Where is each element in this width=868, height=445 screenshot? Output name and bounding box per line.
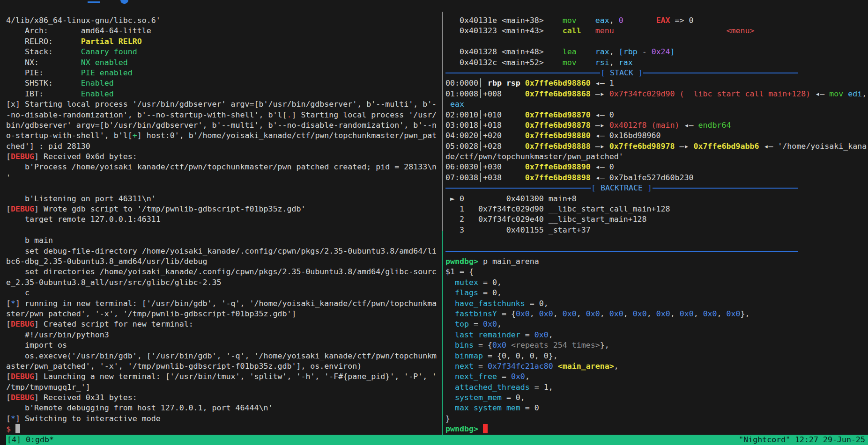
terminal-line: IBT: Enabled [6,89,441,99]
context-divider-stack: [ STACK ] [445,68,798,78]
terminal-line: ster/pwn_patched', '-x', '/tmp/pwnlib-gd… [6,309,441,319]
terminal-line: o-startup-with-shell', b'l[+] host:0', b… [6,131,441,141]
terminal-line: e_2.35-0ubuntu3.8_all/usr/src/glibc/glib… [6,277,441,288]
terminal-line: ' [6,173,441,183]
terminal-line: bins = {0x0 <repeats 254 times>}, [445,340,868,350]
terminal-line [445,235,868,246]
terminal-line: $1 = { [445,267,868,277]
pane-pwndbg-gdb[interactable]: 0x40131e <main+38> mov eax, 0 EAX => 0 0… [445,15,868,435]
terminal-line: PIE: PIE enabled [6,68,441,78]
terminal-line: c [6,288,441,298]
terminal-line: 3 0x401155 _start+37 [445,225,868,235]
terminal-line: #!/usr/bin/python3 [6,330,441,340]
terminal-line: attached_threads = 1, [445,382,868,393]
terminal-line: [*] running in new terminal: ['/usr/bin/… [6,299,441,309]
terminal-line: b'Process /home/yoisaki_kanade/ctf/pwn/t… [6,162,441,172]
terminal-line: 02:0010│+010 0x7ffe6bd98870 ◂— 0 [445,110,868,120]
terminal-line: mutex = 0, [445,277,868,288]
tmux-status-bar: [4] 0:gdb* "Nightcord" 12:27 29-Jun-25 [6,435,868,445]
terminal-line: eax [445,99,868,109]
terminal-line: 0x401328 <main+48> lea rax, [rbp - 0x24] [445,47,868,57]
terminal-line: flags = 0, [445,288,868,298]
cursor-block [483,424,488,433]
terminal-line: 07:0038│+038 0x7ffe6bd98898 ◂— 0x7ba1fe5… [445,173,868,183]
terminal-line: } [445,414,868,424]
terminal-line: fastbinsY = {0x0, 0x0, 0x0, 0x0, 0x0, 0x… [445,309,868,319]
terminal-line: [x] Starting local process '/usr/bin/gdb… [6,99,441,109]
terminal-line: b'Remote debugging from host 127.0.0.1, … [6,403,441,413]
pane-pwntools-shell[interactable]: 4/lib/x86_64-linux-gnu/libc.so.6' Arch: … [6,15,441,435]
tmux-pane-divider-active[interactable] [442,231,443,435]
terminal-line: [*] Switching to interactive mode [6,414,441,424]
terminal-line: [DEBUG] Received 0x6d bytes: [6,152,441,162]
terminal-line: 0x401323 <main+43> call menu <menu> [445,26,868,36]
terminal-line: bc6-dbg_2.35-0ubuntu3.8_amd64/usr/lib/de… [6,256,441,267]
divider-label: [ STACK ] [600,68,643,78]
terminal-line: last_remainder = 0x0, [445,330,868,340]
terminal-line: 0x40131e <main+38> mov eax, 0 EAX => 0 [445,15,868,26]
terminal-line: next = 0x7f34fc21ac80 <main_arena>, [445,361,868,372]
terminal-line: 01:0008│+008 0x7ffe6bd98868 —▸ 0x7f34fc0… [445,89,868,99]
terminal-line: max_system_mem = 0 [445,403,868,413]
terminal-line: 4/lib/x86_64-linux-gnu/libc.so.6' [6,15,441,26]
terminal-line: 04:0020│+020 0x7ffe6bd98880 ◂— 0x16bd989… [445,131,868,141]
cursor-block [15,424,20,433]
terminal-line: b'Listening on port 46311\n' [6,194,441,204]
terminal-line: RELRO: Partial RELRO [6,36,441,47]
terminal-line: [DEBUG] Created script for new terminal: [6,319,441,329]
terminal-line: 0x40132c <main+52> mov rsi, rax [445,58,868,68]
terminal-line: ched'] : pid 28130 [6,141,441,152]
terminal-line: set debug-file-directory /home/yoisaki_k… [6,246,441,256]
terminal-line: pwndbg> [445,424,868,434]
terminal-line: aster/pwn_patched', '-x', '/tmp/pwnlib-g… [6,361,441,372]
terminal-line: 1 0x7f34fc029d90 __libc_start_call_main+… [445,204,868,214]
terminal-line: 06:0030│+030 0x7ffe6bd98890 ◂— 0 [445,162,868,172]
top-blue-underline-fragment [88,1,100,3]
context-divider-backtrace: [ BACKTRACE ] [445,183,798,193]
terminal-line: os.execve('/usr/bin/gdb', ['/usr/bin/gdb… [6,351,441,361]
terminal-line: de/ctf/pwn/topchunkmaster/pwn_patched' [445,152,868,162]
terminal-line: 05:0028│+028 0x7ffe6bd98888 —▸ 0x7ffe6bd… [445,141,868,152]
terminal-line: pwndbg> p main_arena [445,256,868,267]
tmux-hostname-clock: "Nightcord" 12:27 29-Jun-25 [739,435,865,445]
terminal-line: target remote 127.0.0.1:46311 [6,214,441,225]
context-divider [445,246,798,256]
terminal-line [6,225,441,235]
terminal-line: set directories /home/yoisaki_kanade/.co… [6,267,441,277]
terminal-line: import os [6,340,441,350]
terminal-line: NX: NX enabled [6,58,441,68]
divider-label: [ BACKTRACE ] [591,183,653,193]
top-blue-dot-fragment [120,0,128,4]
terminal-line: 2 0x7f34fc029e40 __libc_start_main+128 [445,214,868,225]
terminal-line: top = 0x0, [445,319,868,329]
terminal-line: have_fastchunks = 0, [445,299,868,309]
terminal-line: b main [6,235,441,246]
terminal-line: system_mem = 0, [445,393,868,403]
terminal-line: next_free = 0x0, [445,372,868,382]
terminal-line: Stack: Canary found [6,47,441,57]
terminal-line: [DEBUG] Received 0x31 bytes: [6,393,441,403]
terminal-line: binmap = {0, 0, 0, 0}, [445,351,868,361]
terminal-line: ► 0 0x401300 main+8 [445,194,868,204]
terminal-line: $ [6,424,441,434]
terminal-line: [DEBUG] Launching a new terminal: ['/usr… [6,372,441,382]
terminal-line [6,183,441,193]
terminal-line: [DEBUG] Wrote gdb script to '/tmp/pwnlib… [6,204,441,214]
terminal-line: bin/gdbserver' argv=[b'/usr/bin/gdbserve… [6,120,441,131]
terminal-line: SHSTK: Enabled [6,78,441,88]
terminal-screen: 4/lib/x86_64-linux-gnu/libc.so.6' Arch: … [0,0,868,445]
terminal-line: /tmp/tmpvmugq1r_'] [6,382,441,393]
terminal-line: 00:0000│ rbp rsp 0x7ffe6bd98860 ◂— 1 [445,78,868,88]
terminal-line: Arch: amd64-64-little [6,26,441,36]
terminal-line: -no-disable-randomization', b'--no-start… [6,110,441,120]
tmux-pane-divider[interactable] [442,12,443,231]
terminal-line: 03:0018│+018 0x7ffe6bd98878 —▸ 0x4012f8 … [445,120,868,131]
terminal-line [445,36,868,47]
tmux-session-window-label[interactable]: [4] 0:gdb* [7,435,54,445]
